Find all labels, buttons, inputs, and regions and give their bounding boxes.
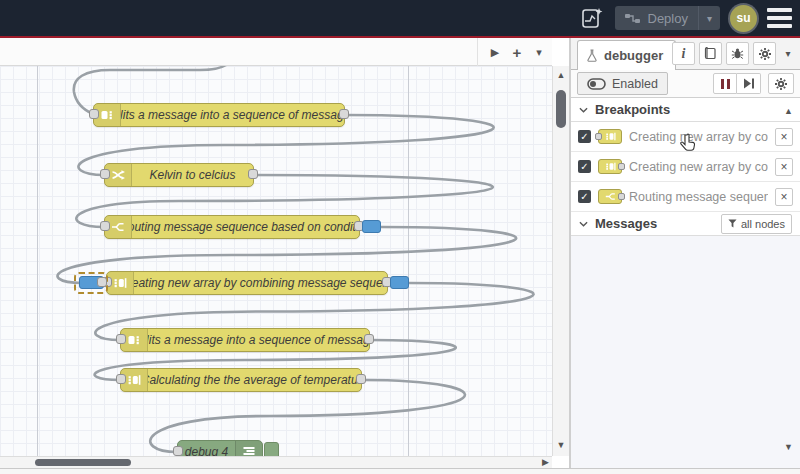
breakpoint-row[interactable]: ✓Creating new array by combining message… bbox=[571, 152, 800, 182]
gear-icon bbox=[774, 77, 788, 91]
mini-node-join bbox=[598, 159, 622, 174]
join-node-icon bbox=[605, 161, 616, 172]
tab-debugger-label: debugger bbox=[604, 48, 663, 63]
remove-breakpoint-button[interactable]: × bbox=[775, 188, 793, 206]
debug-toggle-button[interactable] bbox=[264, 442, 279, 456]
join-node-icon bbox=[605, 131, 616, 142]
sidebar-tabs-caret-icon[interactable]: ▾ bbox=[780, 42, 796, 65]
output-port[interactable] bbox=[339, 109, 349, 119]
mini-node-switch bbox=[598, 189, 622, 204]
scroll-up-icon[interactable]: ▲ bbox=[553, 70, 569, 80]
flow-node-split[interactable]: Splits a message into a sequence of mess… bbox=[93, 103, 345, 127]
window-footer bbox=[0, 468, 800, 474]
input-port[interactable] bbox=[116, 374, 126, 384]
flow-node-switch[interactable]: Routing message sequence based on condit… bbox=[104, 215, 360, 239]
filter-icon bbox=[728, 219, 737, 228]
input-port[interactable] bbox=[116, 334, 126, 344]
canvas-vertical-scrollbar[interactable]: ▲ ▼ bbox=[552, 66, 569, 456]
horizontal-scroll-thumb[interactable] bbox=[35, 459, 131, 466]
flow-node-debug[interactable]: debug 4 bbox=[177, 440, 263, 456]
gear-icon bbox=[758, 47, 772, 61]
mini-node-port bbox=[618, 163, 625, 170]
messages-section-header[interactable]: Messages all nodes bbox=[571, 212, 800, 236]
mini-node-port bbox=[595, 133, 602, 140]
breakpoints-section-header[interactable]: Breakpoints bbox=[571, 98, 800, 122]
breakpoint-label: Creating new array by combining message … bbox=[629, 160, 768, 174]
node-label: Kelvin to celcius bbox=[132, 164, 253, 186]
messages-empty-area bbox=[571, 236, 800, 468]
bug-icon bbox=[731, 47, 744, 60]
breakpoints-title: Breakpoints bbox=[595, 102, 670, 117]
node-red-window: Deploy ▾ su ▶ + ▾ Splits a message into … bbox=[0, 0, 800, 474]
node-label: Splits a message into a sequence of mess… bbox=[148, 329, 369, 351]
debugger-settings-button[interactable] bbox=[768, 73, 794, 94]
message-filter-button[interactable]: all nodes bbox=[721, 214, 792, 234]
flow-node-join[interactable]: Creating new array by combining message … bbox=[106, 271, 388, 295]
sidebar-tabstrip: debugger i ▾ bbox=[571, 38, 800, 70]
add-flow-button[interactable]: + bbox=[508, 42, 526, 62]
flow-canvas[interactable]: Splits a message into a sequence of mess… bbox=[0, 66, 552, 456]
help-book-button[interactable] bbox=[699, 42, 722, 65]
scroll-right-icon[interactable]: ▶ bbox=[542, 457, 549, 467]
debugger-toolbar: Enabled bbox=[571, 70, 800, 98]
main-menu-icon[interactable] bbox=[767, 8, 792, 28]
breakpoint-row[interactable]: ✓Creating new array by combining message… bbox=[571, 122, 800, 152]
sidebar-settings-button[interactable] bbox=[753, 42, 776, 65]
input-port[interactable] bbox=[100, 221, 110, 231]
input-port[interactable] bbox=[89, 109, 99, 119]
node-label: Routing message sequence based on condit… bbox=[132, 216, 359, 238]
step-button[interactable] bbox=[737, 73, 761, 94]
deploy-options-caret[interactable]: ▾ bbox=[698, 6, 720, 30]
debug-messages-button[interactable] bbox=[726, 42, 749, 65]
breakpoint-port[interactable] bbox=[97, 277, 107, 287]
switch-node-icon bbox=[111, 220, 125, 234]
app-header: Deploy ▾ su bbox=[0, 0, 800, 36]
deploy-label: Deploy bbox=[648, 11, 688, 26]
split-node-icon bbox=[100, 108, 114, 122]
breakpoint-row[interactable]: ✓Routing message sequence based on condi… bbox=[571, 182, 800, 212]
remove-breakpoint-button[interactable]: × bbox=[775, 158, 793, 176]
node-label: Calculating the the average of temperatu… bbox=[148, 369, 361, 391]
output-port[interactable] bbox=[356, 374, 366, 384]
output-port[interactable] bbox=[248, 169, 258, 179]
chevron-down-icon bbox=[579, 220, 588, 228]
sidebar-scroll-down-icon[interactable]: ▼ bbox=[784, 442, 793, 452]
breakpoint-marker-output[interactable] bbox=[390, 276, 409, 289]
flow-linter-icon[interactable] bbox=[579, 5, 605, 31]
breakpoint-marker-input[interactable] bbox=[79, 276, 104, 289]
deploy-icon bbox=[625, 11, 641, 25]
info-button[interactable]: i bbox=[672, 42, 695, 65]
breakpoint-checkbox[interactable]: ✓ bbox=[578, 160, 591, 173]
breakpoint-checkbox[interactable]: ✓ bbox=[578, 190, 591, 203]
tab-scroll-right-icon[interactable]: ▶ bbox=[486, 42, 504, 62]
debugger-enabled-toggle[interactable]: Enabled bbox=[577, 72, 668, 95]
flow-node-join[interactable]: Calculating the the average of temperatu… bbox=[120, 368, 362, 392]
pause-button[interactable] bbox=[713, 73, 737, 94]
join-node-icon bbox=[113, 276, 127, 290]
input-port[interactable] bbox=[173, 446, 183, 456]
deploy-button[interactable]: Deploy ▾ bbox=[615, 6, 721, 30]
output-port[interactable] bbox=[364, 334, 374, 344]
node-icon-band bbox=[235, 441, 262, 456]
vertical-scroll-thumb[interactable] bbox=[556, 90, 566, 128]
chevron-down-icon bbox=[579, 106, 588, 114]
step-icon bbox=[743, 78, 755, 89]
flow-node-split[interactable]: Splits a message into a sequence of mess… bbox=[120, 328, 370, 352]
switch-node-icon bbox=[605, 191, 616, 202]
canvas-horizontal-scrollbar[interactable]: ▶ bbox=[0, 456, 552, 468]
input-port[interactable] bbox=[100, 169, 110, 179]
breakpoint-label: Routing message sequence based on condit… bbox=[629, 190, 768, 204]
book-icon bbox=[704, 47, 717, 60]
toggle-icon bbox=[587, 78, 606, 90]
split-node-icon bbox=[127, 333, 141, 347]
remove-breakpoint-button[interactable]: × bbox=[775, 128, 793, 146]
messages-title: Messages bbox=[595, 216, 657, 231]
tab-debugger[interactable]: debugger bbox=[577, 40, 676, 70]
flow-list-caret-icon[interactable]: ▾ bbox=[530, 42, 548, 62]
breakpoint-checkbox[interactable]: ✓ bbox=[578, 130, 591, 143]
flow-node-change[interactable]: Kelvin to celcius bbox=[104, 163, 254, 187]
sidebar-scroll-up-icon[interactable]: ▲ bbox=[784, 106, 793, 116]
user-avatar[interactable]: su bbox=[730, 5, 757, 32]
scroll-down-icon[interactable]: ▼ bbox=[553, 440, 569, 450]
breakpoint-marker-output[interactable] bbox=[362, 220, 381, 233]
